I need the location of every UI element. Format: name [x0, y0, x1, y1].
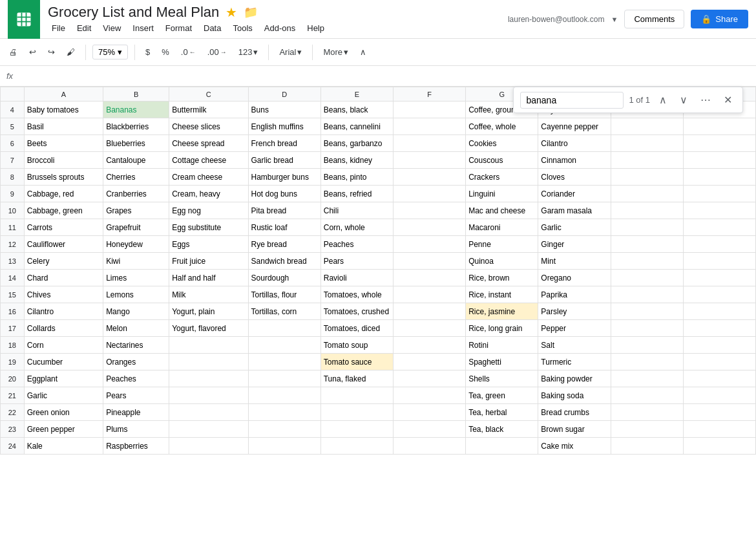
cell[interactable]: Beans, black	[320, 102, 393, 118]
cell[interactable]: Cheese spread	[169, 135, 248, 152]
cell[interactable]: Beans, garbanzo	[320, 135, 393, 152]
cell[interactable]: Garam masala	[538, 202, 611, 219]
cell[interactable]	[393, 219, 465, 236]
cell[interactable]: Corn	[24, 337, 103, 354]
cell[interactable]	[169, 404, 248, 421]
cell[interactable]: Coriander	[538, 186, 611, 202]
cell[interactable]	[320, 438, 393, 455]
cell[interactable]: Half and half	[169, 270, 248, 286]
cell[interactable]: Oranges	[103, 354, 169, 370]
cell[interactable]	[248, 387, 320, 404]
cell[interactable]	[611, 270, 683, 286]
find-more-button[interactable]: ⋯	[697, 91, 715, 109]
cell[interactable]	[393, 202, 465, 219]
cell[interactable]: Buns	[248, 102, 320, 118]
cell[interactable]: Ravioli	[320, 270, 393, 286]
find-close-button[interactable]: ✕	[720, 91, 736, 109]
cell[interactable]	[683, 135, 755, 152]
cell[interactable]: Celery	[24, 253, 103, 270]
cell[interactable]: Salt	[538, 337, 611, 354]
cell[interactable]: Linguini	[466, 186, 538, 202]
cell[interactable]: Oregano	[538, 270, 611, 286]
cell[interactable]: Cherries	[103, 169, 169, 186]
cell[interactable]	[683, 303, 755, 320]
cell[interactable]	[169, 354, 248, 370]
cell[interactable]	[320, 404, 393, 421]
cell[interactable]	[611, 253, 683, 270]
cell[interactable]: Blackberries	[103, 118, 169, 135]
find-input[interactable]	[520, 92, 624, 109]
menu-item-help[interactable]: Help	[303, 22, 328, 34]
cell[interactable]: Garlic	[24, 387, 103, 404]
doc-star[interactable]: ★	[226, 5, 237, 20]
cell[interactable]	[683, 219, 755, 236]
cell[interactable]	[611, 135, 683, 152]
redo-button[interactable]: ↪	[44, 45, 59, 59]
cell[interactable]	[611, 286, 683, 303]
doc-folder[interactable]: 📁	[244, 5, 258, 19]
cell[interactable]	[683, 320, 755, 337]
cell[interactable]: Mint	[538, 253, 611, 270]
number-format-button[interactable]: 123 ▾	[235, 45, 262, 59]
cell[interactable]: Rice, brown	[466, 270, 538, 286]
cell[interactable]	[248, 354, 320, 370]
cell[interactable]: Pears	[320, 253, 393, 270]
cell[interactable]: Brown sugar	[538, 421, 611, 438]
col-header-E[interactable]: E	[320, 87, 393, 102]
cell[interactable]	[248, 320, 320, 337]
cell[interactable]	[169, 370, 248, 387]
cell[interactable]	[393, 404, 465, 421]
cell[interactable]: Cauliflower	[24, 236, 103, 253]
cell[interactable]: Turmeric	[538, 354, 611, 370]
cell[interactable]: Pepper	[538, 320, 611, 337]
cell[interactable]	[683, 421, 755, 438]
comments-button[interactable]: Comments	[624, 10, 684, 28]
cell[interactable]: Baking soda	[538, 387, 611, 404]
cell[interactable]: Hot dog buns	[248, 186, 320, 202]
cell[interactable]: Eggs	[169, 236, 248, 253]
cell[interactable]	[611, 236, 683, 253]
cell[interactable]: Melon	[103, 320, 169, 337]
cell[interactable]: Spaghetti	[466, 354, 538, 370]
cell[interactable]: Cabbage, green	[24, 202, 103, 219]
cell[interactable]: Milk	[169, 286, 248, 303]
cell[interactable]: Lemons	[103, 286, 169, 303]
cell[interactable]: Tomatoes, crushed	[320, 303, 393, 320]
cell[interactable]	[683, 253, 755, 270]
row-header-16[interactable]: 16	[1, 303, 25, 320]
cell[interactable]	[169, 387, 248, 404]
cell[interactable]	[683, 404, 755, 421]
cell[interactable]	[393, 354, 465, 370]
cell[interactable]	[393, 421, 465, 438]
cell[interactable]: Mango	[103, 303, 169, 320]
cell[interactable]	[393, 186, 465, 202]
cell[interactable]	[683, 270, 755, 286]
cell[interactable]: Collards	[24, 320, 103, 337]
cell[interactable]	[611, 152, 683, 169]
cell[interactable]: Cilantro	[24, 303, 103, 320]
cell[interactable]	[683, 387, 755, 404]
cell[interactable]	[683, 152, 755, 169]
cell[interactable]	[169, 337, 248, 354]
row-header-12[interactable]: 12	[1, 236, 25, 253]
cell[interactable]: Garlic	[538, 219, 611, 236]
cell[interactable]	[248, 421, 320, 438]
col-header-F[interactable]: F	[393, 87, 465, 102]
col-header-D[interactable]: D	[248, 87, 320, 102]
cell[interactable]: Garlic bread	[248, 152, 320, 169]
cell[interactable]	[611, 370, 683, 387]
cell[interactable]	[169, 421, 248, 438]
row-header-5[interactable]: 5	[1, 118, 25, 135]
row-header-21[interactable]: 21	[1, 387, 25, 404]
cell[interactable]	[683, 186, 755, 202]
font-selector[interactable]: Arial ▾	[275, 45, 306, 59]
cell[interactable]	[683, 354, 755, 370]
cell[interactable]: Rotini	[466, 337, 538, 354]
cell[interactable]	[683, 169, 755, 186]
cell[interactable]: French bread	[248, 135, 320, 152]
row-header-7[interactable]: 7	[1, 152, 25, 169]
cell[interactable]: Quinoa	[466, 253, 538, 270]
cell[interactable]: Chard	[24, 270, 103, 286]
cell[interactable]	[393, 286, 465, 303]
cell[interactable]: Rustic loaf	[248, 219, 320, 236]
